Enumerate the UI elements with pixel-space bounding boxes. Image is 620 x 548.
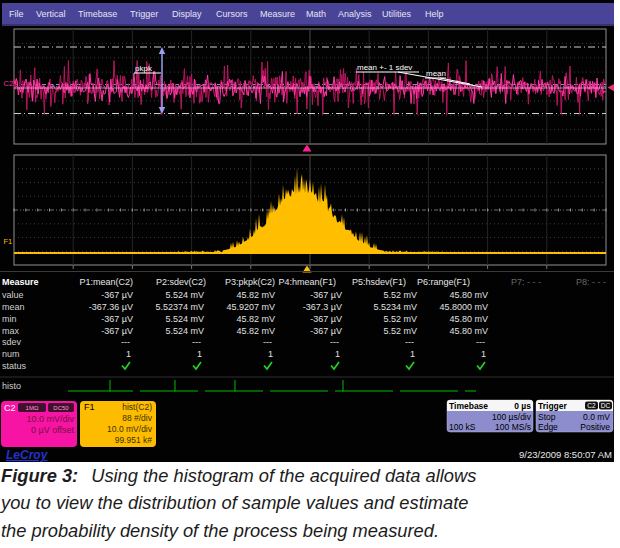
svg-text:0 µs: 0 µs <box>514 401 531 411</box>
svg-text:C2: C2 <box>4 79 14 88</box>
svg-text:max: max <box>2 326 20 336</box>
svg-text:1MΩ: 1MΩ <box>26 405 39 411</box>
svg-text:DC50: DC50 <box>53 405 69 411</box>
svg-text:1: 1 <box>481 349 486 359</box>
svg-text:P5:hsdev(F1): P5:hsdev(F1) <box>352 277 406 287</box>
svg-text:sdev: sdev <box>2 337 22 347</box>
svg-text:45.9207 mV: 45.9207 mV <box>226 302 275 312</box>
svg-text:45.82 mV: 45.82 mV <box>236 314 275 324</box>
svg-text:Vertical: Vertical <box>36 9 66 19</box>
svg-text:-367 µV: -367 µV <box>310 314 342 324</box>
svg-text:Cursors: Cursors <box>216 9 248 19</box>
svg-text:Analysis: Analysis <box>338 9 372 19</box>
svg-text:-367 µV: -367 µV <box>101 290 133 300</box>
svg-text:-367.36 µV: -367.36 µV <box>89 302 133 312</box>
svg-text:P1:mean(C2): P1:mean(C2) <box>79 277 133 287</box>
svg-text:1: 1 <box>126 349 131 359</box>
svg-text:100 kS: 100 kS <box>449 422 476 432</box>
svg-text:C2: C2 <box>587 402 596 409</box>
svg-text:P6:range(F1): P6:range(F1) <box>417 277 470 287</box>
svg-text:1: 1 <box>410 349 415 359</box>
svg-text:88 #/div: 88 #/div <box>122 413 153 423</box>
svg-text:1: 1 <box>335 349 340 359</box>
svg-text:5.524 mV: 5.524 mV <box>165 314 204 324</box>
svg-text:45.82 mV: 45.82 mV <box>236 290 275 300</box>
svg-text:45.80 mV: 45.80 mV <box>449 290 488 300</box>
svg-text:5.524 mV: 5.524 mV <box>165 326 204 336</box>
svg-text:100 µs/div: 100 µs/div <box>492 412 532 422</box>
svg-text:Display: Display <box>172 9 202 19</box>
svg-text:Help: Help <box>425 9 444 19</box>
svg-text:5.52 mV: 5.52 mV <box>383 290 417 300</box>
svg-text:9/23/2009 8:50:07 AM: 9/23/2009 8:50:07 AM <box>519 449 612 460</box>
svg-text:---: --- <box>263 337 272 347</box>
svg-text:LeCroy: LeCroy <box>6 448 49 462</box>
svg-text:mean: mean <box>426 69 446 78</box>
svg-text:-367 µV: -367 µV <box>310 290 342 300</box>
svg-text:pkpk: pkpk <box>135 64 153 73</box>
svg-text:45.82 mV: 45.82 mV <box>236 326 275 336</box>
svg-text:5.5234 mV: 5.5234 mV <box>373 302 417 312</box>
svg-text:C2: C2 <box>4 403 16 413</box>
svg-text:5.52 mV: 5.52 mV <box>383 314 417 324</box>
svg-text:value: value <box>2 290 24 300</box>
svg-text:P7: - - -: P7: - - - <box>511 277 541 287</box>
svg-text:---: --- <box>330 337 339 347</box>
svg-text:5.52 mV: 5.52 mV <box>383 326 417 336</box>
svg-text:status: status <box>2 361 27 371</box>
svg-text:10.0 mV/div: 10.0 mV/div <box>26 414 74 424</box>
svg-text:45.80 mV: 45.80 mV <box>449 326 488 336</box>
svg-text:---: --- <box>121 337 130 347</box>
svg-text:99.951 k#: 99.951 k# <box>115 435 153 445</box>
svg-text:Trigger: Trigger <box>130 9 158 19</box>
svg-text:0.0 mV: 0.0 mV <box>583 412 610 422</box>
svg-text:100 MS/s: 100 MS/s <box>495 422 531 432</box>
svg-text:-367 µV: -367 µV <box>310 326 342 336</box>
svg-text:---: --- <box>476 337 485 347</box>
svg-text:Timebase: Timebase <box>78 9 117 19</box>
svg-text:45.8000 mV: 45.8000 mV <box>439 302 488 312</box>
svg-text:-367 µV: -367 µV <box>101 326 133 336</box>
svg-text:Utilities: Utilities <box>382 9 412 19</box>
svg-text:mean: mean <box>2 302 25 312</box>
svg-text:0 µV offset: 0 µV offset <box>31 425 75 435</box>
svg-text:Edge: Edge <box>538 422 558 432</box>
svg-text:---: --- <box>192 337 201 347</box>
svg-text:Math: Math <box>306 9 326 19</box>
svg-text:10.0 mV/div: 10.0 mV/div <box>107 424 153 434</box>
svg-text:Timebase: Timebase <box>449 401 488 411</box>
svg-text:5.524 mV: 5.524 mV <box>165 290 204 300</box>
svg-text:Measure: Measure <box>260 9 295 19</box>
svg-text:P2:sdev(C2): P2:sdev(C2) <box>156 277 206 287</box>
svg-text:-367 µV: -367 µV <box>101 314 133 324</box>
svg-text:---: --- <box>405 337 414 347</box>
svg-text:-367.3 µV: -367.3 µV <box>303 302 342 312</box>
svg-text:P3:pkpk(C2): P3:pkpk(C2) <box>225 277 275 287</box>
svg-text:1: 1 <box>197 349 202 359</box>
svg-text:F1: F1 <box>4 237 13 246</box>
svg-text:45.80 mV: 45.80 mV <box>449 314 488 324</box>
svg-text:hist(C2): hist(C2) <box>122 402 152 412</box>
svg-text:P8: - - -: P8: - - - <box>576 277 606 287</box>
svg-text:P4:hmean(F1): P4:hmean(F1) <box>278 277 336 287</box>
svg-text:histo: histo <box>2 381 21 391</box>
svg-text:mean +- 1 sdev: mean +- 1 sdev <box>357 63 412 72</box>
svg-text:F1: F1 <box>84 402 95 412</box>
svg-text:Measure: Measure <box>2 277 39 287</box>
svg-text:min: min <box>2 314 17 324</box>
svg-text:Stop: Stop <box>538 412 556 422</box>
svg-text:Positive: Positive <box>580 422 610 432</box>
svg-text:Trigger: Trigger <box>538 401 568 411</box>
svg-text:1: 1 <box>268 349 273 359</box>
svg-text:File: File <box>9 9 24 19</box>
svg-text:DC: DC <box>601 402 611 409</box>
svg-text:num: num <box>2 349 20 359</box>
svg-text:5.52374 mV: 5.52374 mV <box>155 302 204 312</box>
